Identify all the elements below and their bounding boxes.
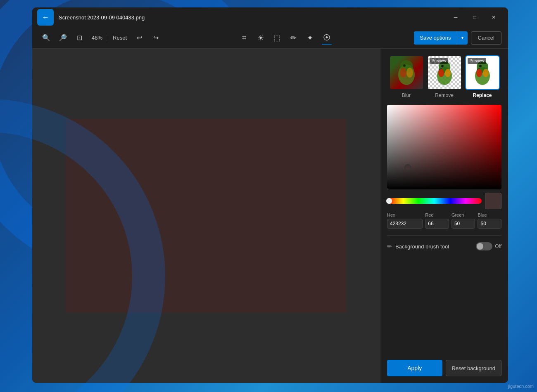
frame-icon: ⬚: [273, 33, 280, 43]
color-inputs: Hex Red Green Blue: [387, 213, 501, 229]
maximize-icon: □: [473, 14, 476, 20]
zoom-level: 48%: [88, 35, 106, 41]
remove-option[interactable]: Preview Remove: [427, 55, 462, 98]
draw-tool-button[interactable]: ✏: [286, 31, 301, 45]
toolbar: 🔍 🔎 ⊡ 48% Reset ↩ ↪ ⌗ ☀: [32, 27, 508, 49]
fit-icon: ⊡: [77, 34, 82, 42]
svg-point-14: [403, 64, 406, 67]
zoom-in-icon: 🔍: [42, 34, 50, 42]
svg-point-22: [476, 69, 482, 77]
color-gradient-box[interactable]: [387, 105, 501, 189]
remove-label: Remove: [435, 92, 454, 98]
redeye-icon: ⦿: [323, 33, 330, 42]
blur-option[interactable]: Blur: [389, 55, 424, 98]
adjust-icon: ☀: [257, 33, 264, 43]
blue-label: Blue: [478, 213, 501, 217]
green-label: Green: [451, 213, 475, 217]
back-button[interactable]: ←: [37, 9, 54, 26]
close-button[interactable]: ✕: [484, 11, 503, 24]
brush-tool-toggle[interactable]: Off: [476, 242, 501, 250]
maximize-button[interactable]: □: [465, 11, 484, 24]
image-background: [66, 119, 347, 313]
red-input-group: Red: [425, 213, 449, 229]
zoom-in-button[interactable]: 🔍: [39, 31, 54, 45]
blur-label: Blur: [402, 92, 411, 98]
redeye-tool-button[interactable]: ⦿: [319, 31, 334, 45]
undo-icon: ↩: [137, 34, 142, 42]
hue-slider-thumb: [386, 198, 392, 204]
divider: [387, 235, 501, 236]
toolbar-left: 🔍 🔎 ⊡ 48% Reset ↩ ↪: [39, 31, 163, 45]
zoom-out-icon: 🔎: [59, 34, 67, 42]
replace-preview-badge: Preview: [468, 58, 487, 64]
svg-point-17: [438, 69, 444, 77]
reset-background-button[interactable]: Reset background: [446, 360, 502, 376]
replace-thumb: Preview: [465, 55, 500, 90]
minimize-icon: ─: [454, 14, 458, 20]
color-picker: Hex Red Green Blue: [387, 105, 501, 229]
save-options-label: Save options: [414, 31, 456, 45]
reset-button[interactable]: Reset: [109, 33, 130, 43]
main-image: [66, 119, 347, 313]
remove-thumb: Preview: [427, 55, 462, 90]
svg-point-19: [441, 65, 444, 67]
app-window: ← Screenshot 2023-09-09 040433.png ─ □ ✕…: [32, 7, 508, 383]
green-input[interactable]: [451, 219, 475, 229]
svg-point-18: [445, 69, 451, 77]
color-preview-swatch: [485, 193, 501, 209]
svg-point-13: [406, 68, 413, 78]
effects-tool-button[interactable]: ✦: [303, 31, 318, 45]
save-options-button[interactable]: Save options ▾: [414, 31, 467, 45]
svg-point-12: [400, 68, 406, 78]
frame-tool-button[interactable]: ⬚: [270, 31, 285, 45]
brush-tool-row: ✏ Background brush tool Off: [387, 242, 501, 250]
hue-slider-row: [387, 193, 501, 209]
right-panel: Blur: [380, 49, 508, 383]
hex-input-group: Hex: [387, 213, 423, 229]
save-options-arrow-icon: ▾: [457, 31, 468, 45]
crop-icon: ⌗: [242, 33, 246, 42]
red-label: Red: [425, 213, 449, 217]
green-input-group: Green: [451, 213, 475, 229]
blue-input[interactable]: [478, 219, 501, 229]
red-input[interactable]: [425, 219, 449, 229]
background-options: Blur: [387, 55, 501, 98]
hex-input[interactable]: [387, 219, 423, 229]
value-gradient: [387, 105, 501, 189]
draw-icon: ✏: [290, 33, 297, 43]
adjust-tool-button[interactable]: ☀: [253, 31, 268, 45]
svg-point-23: [483, 69, 489, 77]
toggle-state-label: Off: [495, 243, 501, 249]
blur-thumb: [389, 55, 424, 90]
bottom-buttons: Apply Reset background: [387, 360, 501, 376]
toggle-thumb: [477, 243, 483, 250]
replace-label: Replace: [473, 92, 492, 98]
toolbar-center: ⌗ ☀ ⬚ ✏ ✦ ⦿: [237, 31, 334, 45]
file-title: Screenshot 2023-09-09 040433.png: [59, 14, 145, 21]
close-icon: ✕: [492, 14, 496, 20]
svg-point-24: [479, 65, 482, 67]
redo-icon: ↪: [153, 34, 159, 42]
back-icon: ←: [42, 13, 49, 22]
watermark: jigutech.com: [508, 384, 534, 389]
main-content: Blur: [32, 49, 508, 383]
brush-icon: ✏: [387, 243, 392, 250]
remove-preview-badge: Preview: [430, 58, 449, 64]
effects-icon: ✦: [307, 33, 313, 43]
window-controls: ─ □ ✕: [446, 11, 503, 24]
redo-button[interactable]: ↪: [148, 31, 163, 45]
fit-button[interactable]: ⊡: [72, 31, 87, 45]
toolbar-right: Save options ▾ Cancel: [414, 31, 501, 45]
replace-option[interactable]: Preview Replace: [465, 55, 500, 98]
apply-button[interactable]: Apply: [387, 360, 442, 376]
cancel-button[interactable]: Cancel: [471, 31, 501, 45]
undo-button[interactable]: ↩: [132, 31, 147, 45]
canvas-area[interactable]: [32, 49, 380, 383]
toggle-track: [476, 242, 492, 250]
blue-input-group: Blue: [478, 213, 501, 229]
blur-parrot-icon: [394, 58, 419, 87]
minimize-button[interactable]: ─: [446, 11, 465, 24]
crop-tool-button[interactable]: ⌗: [237, 31, 252, 45]
zoom-out-button[interactable]: 🔎: [55, 31, 70, 45]
hue-slider[interactable]: [387, 198, 482, 204]
